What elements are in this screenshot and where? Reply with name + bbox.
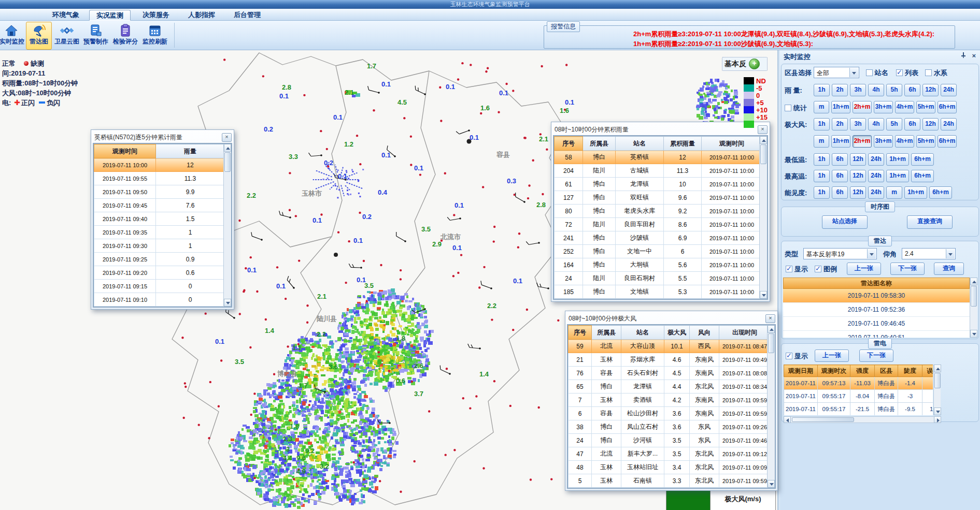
interval-button-5h[interactable]: 5h <box>886 118 902 130</box>
radar-type-select[interactable]: 基本反射率19 <box>803 248 877 259</box>
interval-button-4h+m[interactable]: 4h+m <box>895 135 914 148</box>
table-row[interactable]: 6容县松山沙田村3.6东南风2019-07-11 09:59 <box>569 407 771 420</box>
interval-button-6h+m[interactable]: 6h+m <box>911 153 934 166</box>
interval-button-4h+m[interactable]: 4h+m <box>895 101 914 113</box>
close-icon[interactable]: × <box>222 133 232 142</box>
column-header[interactable]: 序号 <box>569 326 592 340</box>
menu-tab-3[interactable]: 决策服务 <box>136 10 176 20</box>
column-header[interactable]: 序号 <box>555 137 583 151</box>
table-row[interactable]: 127博白双旺镇9.62019-07-11 10:00 <box>555 191 762 205</box>
column-header[interactable]: 观测时间 <box>94 144 156 158</box>
column-header[interactable]: 站名 <box>616 137 664 151</box>
table-row[interactable]: 2019-07-11 09:457.6 <box>94 199 225 212</box>
table-row[interactable]: 48玉林玉林站旧址3.4东北风2019-07-11 09:09 <box>569 461 771 474</box>
table-row[interactable]: 24陆川良田石垌村5.52019-07-11 10:00 <box>555 272 762 285</box>
checkbox-icon[interactable] <box>925 69 932 76</box>
interval-button-2h+m[interactable]: 2h+m <box>853 101 872 113</box>
interval-button-1h[interactable]: 1h <box>814 153 830 166</box>
radar-query-button[interactable]: 查询 <box>934 263 964 275</box>
window-scrollbar[interactable] <box>759 136 767 298</box>
column-header[interactable]: 区县 <box>875 365 898 377</box>
checkbox-icon[interactable] <box>786 266 792 272</box>
scrollbar-thumb[interactable] <box>971 286 977 307</box>
interval-button-1h+m[interactable]: 1h+m <box>831 135 850 148</box>
scroll-up-arrow[interactable] <box>760 136 767 144</box>
table-row[interactable]: 164博白大垌镇5.62019-07-11 10:00 <box>555 258 762 272</box>
scroll-down-arrow[interactable] <box>934 407 941 415</box>
toolbar-button-6[interactable]: 监控刷新 <box>140 22 170 50</box>
table-row[interactable]: 2019-07-11 09:301 <box>94 239 225 253</box>
radar-list-item[interactable]: 2019-07-11 09:46:45 <box>783 317 970 331</box>
interval-button-2h[interactable]: 2h <box>832 84 848 96</box>
table-row[interactable]: 47北流新丰大罗...3.5东北风2019-07-11 09:12 <box>569 447 771 461</box>
interval-button-5h+m[interactable]: 5h+m <box>916 101 935 113</box>
table-row[interactable]: 185博白文地镇5.32019-07-11 10:00 <box>555 285 762 299</box>
table-row[interactable]: 65博白龙潭镇4.4东北风2019-07-11 08:34 <box>569 380 771 394</box>
interval-button-24h[interactable]: 24h <box>868 153 884 166</box>
interval-button-6h[interactable]: 6h <box>832 153 848 166</box>
toolbar-button-4[interactable]: 预警制作 <box>81 22 110 50</box>
toolbar-button-5[interactable]: 检验评分 <box>111 22 140 50</box>
interval-button-6h[interactable]: 6h <box>904 84 920 96</box>
table-row[interactable]: 2019-07-11 09:5511.3 <box>94 172 225 185</box>
menu-tab-5[interactable]: 后台管理 <box>227 10 267 20</box>
column-header[interactable]: 观测时间 <box>702 137 762 151</box>
checkbox-icon[interactable] <box>785 105 791 111</box>
column-header[interactable]: 所属县 <box>583 137 616 151</box>
interval-button-3h+m[interactable]: 3h+m <box>874 101 893 113</box>
table-row[interactable]: 61博白龙潭镇102019-07-11 10:00 <box>555 178 762 191</box>
scroll-down-arrow[interactable] <box>224 299 231 307</box>
table-row[interactable]: 2019-07-11 09:250.9 <box>94 253 225 266</box>
radar-next-button[interactable]: 下一张 <box>890 263 925 275</box>
interval-button-1h+m[interactable]: 1h+m <box>886 170 909 182</box>
interval-button-12h[interactable]: 12h <box>850 153 866 166</box>
table-row[interactable]: 2019-07-1109:55:17-8.04博白县-3 <box>784 390 933 403</box>
checkbox-water[interactable]: 水系 <box>925 68 947 78</box>
pin-icon[interactable] <box>960 52 967 60</box>
menu-tab-1[interactable]: 环境气象 <box>46 10 86 20</box>
radar-prev-button[interactable]: 上一张 <box>847 263 881 275</box>
scroll-right-arrow[interactable] <box>934 416 941 423</box>
station-select-button[interactable]: 站点选择 <box>822 215 868 229</box>
checkbox-icon[interactable] <box>866 69 873 76</box>
interval-button-6h+m[interactable]: 6h+m <box>911 170 934 182</box>
scrollbar-thumb[interactable] <box>760 144 766 164</box>
interval-button-12h[interactable]: 12h <box>922 84 939 96</box>
scroll-down-arrow[interactable] <box>768 480 775 488</box>
interval-button-1h[interactable]: 1h <box>814 170 830 182</box>
interval-button-m[interactable]: m <box>886 186 902 199</box>
map-canvas[interactable]: 1.72.12.84.51.63.31.22.22.21.43.52.92.11… <box>0 50 777 510</box>
interval-button-5h[interactable]: 5h <box>886 84 902 96</box>
interval-button-24h[interactable]: 24h <box>941 118 957 130</box>
dropdown-arrow-button[interactable] <box>946 249 955 258</box>
checkbox-icon[interactable] <box>786 353 792 359</box>
checkbox-list[interactable]: 列表 <box>896 68 918 78</box>
interval-button-1h[interactable]: 1h <box>814 118 830 130</box>
interval-button-6h[interactable]: 6h <box>832 170 848 182</box>
table-row[interactable]: 2019-07-11 09:401.5 <box>94 212 225 226</box>
lightning-next-button[interactable]: 下一张 <box>859 349 893 362</box>
interval-button-12h[interactable]: 12h <box>850 186 866 199</box>
column-header[interactable]: 雨量 <box>156 144 225 158</box>
table-row[interactable]: 2019-07-11 10:0012 <box>94 158 225 172</box>
dropdown-arrow-button[interactable] <box>867 249 876 258</box>
interval-button-2h+m[interactable]: 2h+m <box>853 135 872 148</box>
column-header[interactable]: 出现时间 <box>719 326 771 340</box>
table-row[interactable]: 2019-07-11 09:351 <box>94 226 225 239</box>
interval-button-4h[interactable]: 4h <box>868 84 884 96</box>
column-header[interactable]: 所属县 <box>592 326 621 340</box>
table-row[interactable]: 59北流大容山顶10.1西风2019-07-11 08:47 <box>569 340 771 353</box>
column-header[interactable]: 风向 <box>690 326 719 340</box>
interval-button-1h+m[interactable]: 1h+m <box>904 186 927 199</box>
table-row[interactable]: 72陆川良田车田村8.62019-07-11 10:00 <box>555 218 762 231</box>
interval-button-m[interactable]: m <box>814 101 829 113</box>
table-row[interactable]: 2019-07-1109:57:13-11.03博白县-1.4 <box>784 377 933 390</box>
scrollbar-thumb[interactable] <box>224 152 231 172</box>
radar-elev-select[interactable]: 2.4 <box>902 248 956 259</box>
interval-button-24h[interactable]: 24h <box>868 186 884 199</box>
interval-button-4h[interactable]: 4h <box>868 118 884 130</box>
dropdown-arrow-button[interactable] <box>849 68 858 77</box>
menu-tab-2[interactable]: 实况监测 <box>89 10 131 21</box>
column-header[interactable]: 观测时次 <box>818 365 850 377</box>
interval-button-1h+m[interactable]: 1h+m <box>886 153 909 166</box>
